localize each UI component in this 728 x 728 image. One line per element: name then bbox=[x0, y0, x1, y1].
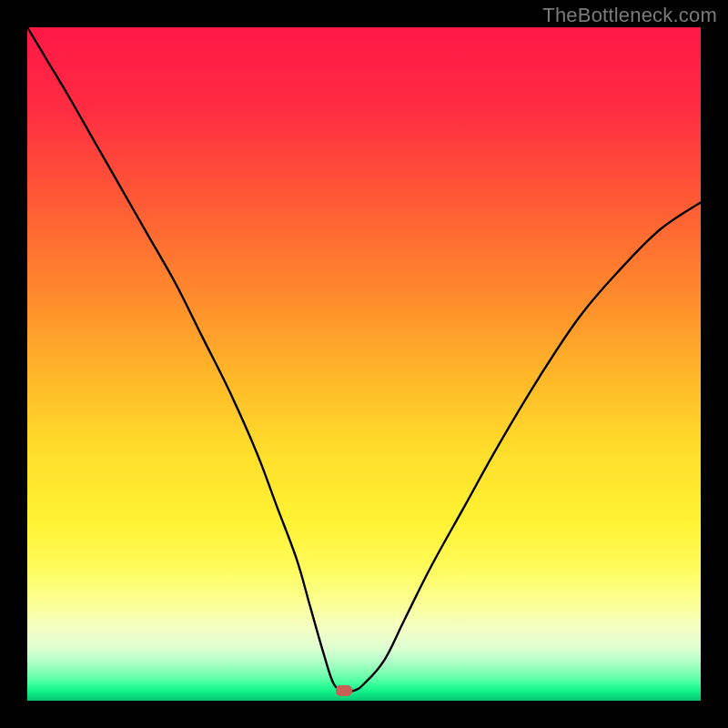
chart-frame: TheBottleneck.com bbox=[0, 0, 728, 728]
plot-area bbox=[27, 27, 701, 701]
watermark-text: TheBottleneck.com bbox=[542, 4, 717, 27]
current-config-marker bbox=[336, 685, 352, 696]
curve-path bbox=[27, 27, 701, 692]
bottleneck-curve bbox=[27, 27, 701, 701]
